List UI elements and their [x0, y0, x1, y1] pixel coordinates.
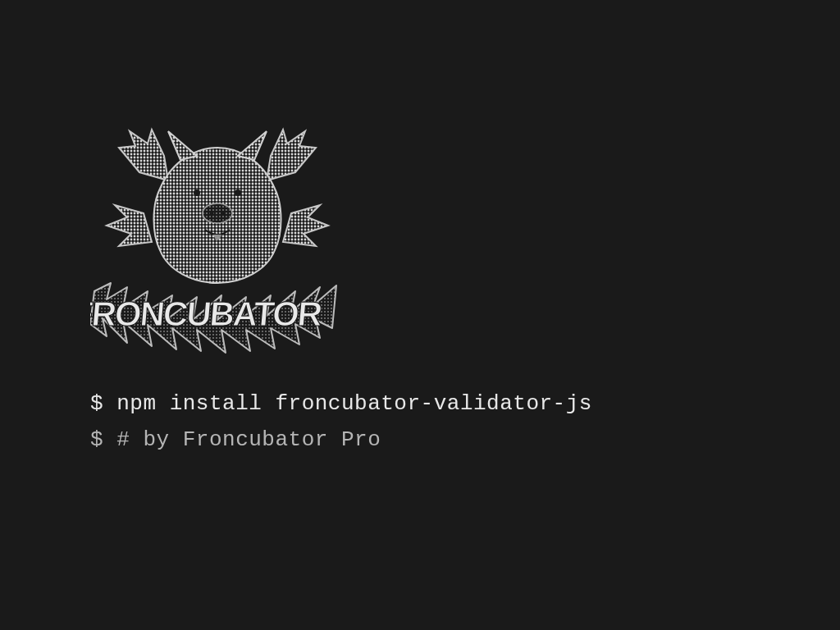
comment-text: # by Froncubator Pro [116, 427, 381, 452]
terminal-line-command: $ npm install froncubator-validator-js [90, 386, 750, 422]
prompt-symbol: $ [90, 391, 103, 416]
froncubator-mascot-logo: FRONCUBATOR [90, 123, 345, 361]
svg-point-6 [203, 203, 232, 223]
svg-point-5 [235, 189, 241, 196]
svg-point-4 [194, 189, 200, 196]
terminal-line-comment: $ # by Froncubator Pro [90, 422, 750, 458]
svg-point-7 [210, 212, 214, 216]
prompt-symbol: $ [90, 427, 103, 452]
mascot-banner-text: FRONCUBATOR [90, 294, 324, 333]
command-text: npm install froncubator-validator-js [116, 391, 592, 416]
svg-point-8 [221, 212, 226, 216]
